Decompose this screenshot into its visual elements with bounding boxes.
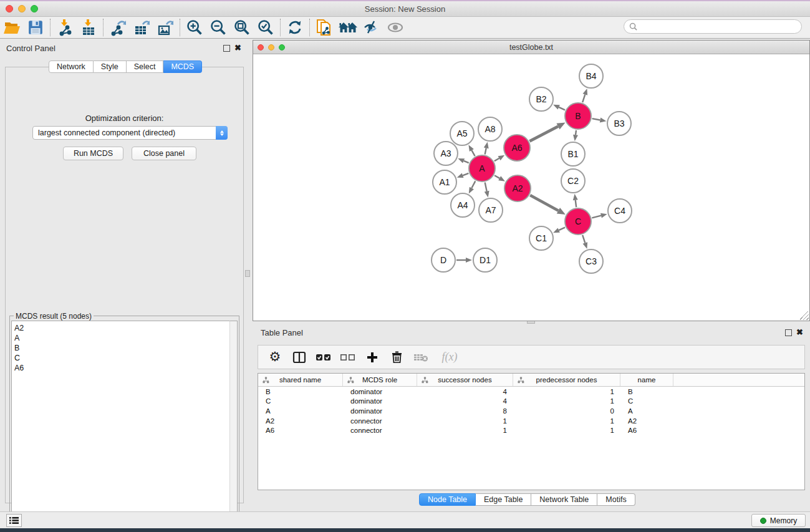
edge-B-B2[interactable]	[553, 105, 565, 110]
tab-select[interactable]: Select	[127, 60, 164, 73]
graph-node-B3[interactable]: B3	[607, 112, 631, 135]
edge-C-C4[interactable]	[592, 213, 607, 218]
save-icon[interactable]	[24, 17, 47, 37]
network-window-titlebar[interactable]: testGlobe.txt	[253, 41, 809, 54]
mcds-result-item[interactable]: B	[14, 343, 231, 353]
table-cell[interactable]: 4	[417, 397, 513, 405]
graph-node-A8[interactable]: A8	[478, 117, 502, 141]
table-cell[interactable]: 1	[513, 388, 620, 395]
refresh-icon[interactable]	[283, 17, 307, 37]
graph-node-C[interactable]: C	[565, 208, 591, 235]
vertical-splitter-handle[interactable]	[245, 270, 250, 277]
table-cell[interactable]: C	[620, 397, 673, 405]
tab-network[interactable]: Network	[49, 60, 94, 73]
export-image-icon[interactable]	[153, 17, 177, 37]
table-cell[interactable]: B	[620, 388, 673, 395]
graph-node-C3[interactable]: C3	[579, 249, 603, 273]
table-cell[interactable]: 1	[513, 427, 620, 434]
unselect-all-checkboxes-icon[interactable]	[339, 348, 357, 367]
graph-node-B2[interactable]: B2	[529, 87, 553, 111]
columns-icon[interactable]	[290, 348, 309, 367]
edge-A2-C[interactable]	[530, 195, 566, 215]
graph-node-C1[interactable]: C1	[529, 226, 553, 250]
table-cell[interactable]: dominator	[343, 407, 417, 415]
graph-node-A7[interactable]: A7	[479, 198, 503, 222]
mcds-result-item[interactable]: C	[14, 353, 231, 363]
close-panel-icon[interactable]: ✖	[234, 43, 241, 52]
export-network-icon[interactable]	[106, 17, 130, 37]
column-header-name[interactable]: name	[620, 374, 673, 386]
mcds-result-item[interactable]: A2	[14, 323, 231, 333]
column-header-shared-name[interactable]: shared name	[258, 374, 343, 386]
table-cell[interactable]: dominator	[343, 397, 417, 405]
graph-node-A6[interactable]: A6	[504, 135, 530, 161]
table-cell[interactable]: A2	[258, 417, 343, 425]
table-cell[interactable]: 4	[417, 388, 513, 395]
graph-node-C2[interactable]: C2	[561, 169, 585, 193]
edge-B-B3[interactable]	[592, 118, 607, 123]
float-panel-icon[interactable]	[223, 45, 230, 52]
select-all-checkboxes-icon[interactable]	[314, 348, 333, 367]
edge-A-A3[interactable]	[458, 158, 468, 163]
table-cell[interactable]: A	[620, 407, 673, 415]
optimization-criterion-select[interactable]: largest connected component (directed)	[32, 126, 228, 140]
zoom-out-icon[interactable]	[206, 17, 230, 37]
table-cell[interactable]: C	[258, 397, 343, 405]
table-float-panel-icon[interactable]	[785, 329, 792, 336]
zoom-fit-icon[interactable]	[230, 17, 254, 37]
table-cell[interactable]: A6	[620, 427, 673, 434]
memory-button[interactable]: Memory	[751, 514, 806, 527]
edge-A-A5[interactable]	[468, 145, 475, 156]
graph-node-A3[interactable]: A3	[434, 142, 458, 165]
column-header-successor-nodes[interactable]: successor nodes	[417, 374, 513, 386]
table-cell[interactable]: 0	[513, 407, 620, 415]
delete-table-icon[interactable]	[412, 348, 430, 367]
edge-B-B1[interactable]	[573, 130, 578, 141]
zoom-selected-icon[interactable]	[254, 17, 277, 37]
tab-edge-table[interactable]: Edge Table	[476, 493, 531, 506]
edge-C-C2[interactable]	[573, 194, 578, 207]
graph-node-A[interactable]: A	[469, 155, 495, 181]
open-file-icon[interactable]	[0, 17, 24, 37]
search-input[interactable]	[640, 22, 801, 31]
table-row[interactable]: A2connector11A2	[258, 416, 804, 426]
tab-motifs[interactable]: Motifs	[597, 493, 635, 506]
eye-icon[interactable]	[383, 17, 407, 37]
run-mcds-button[interactable]: Run MCDS	[63, 147, 123, 160]
table-cell[interactable]: A	[258, 407, 343, 415]
graph-node-D1[interactable]: D1	[473, 248, 497, 272]
tab-style[interactable]: Style	[94, 60, 127, 73]
mcds-result-item[interactable]: A	[14, 333, 231, 343]
edge-A6-B[interactable]	[529, 123, 565, 142]
edge-A-A2[interactable]	[494, 175, 505, 181]
table-cell[interactable]: 1	[417, 417, 513, 425]
network-canvas[interactable]: A5A8A3AA1A4A7A6A2BB2B4B3B1C2CC4C1C3DD1	[253, 54, 809, 321]
import-table-icon[interactable]	[77, 17, 100, 37]
graph-node-A1[interactable]: A1	[433, 170, 456, 194]
column-header-predecessor-nodes[interactable]: predecessor nodes	[513, 374, 620, 386]
table-row[interactable]: A6connector11A6	[258, 425, 804, 435]
houses-icon[interactable]	[336, 17, 360, 37]
graph-node-B[interactable]: B	[565, 103, 591, 129]
graph-node-B4[interactable]: B4	[579, 64, 603, 88]
mcds-result-item[interactable]: A6	[14, 363, 231, 373]
edge-A-A7[interactable]	[485, 183, 489, 198]
table-row[interactable]: Bdominator41B	[258, 387, 804, 397]
graph-node-B1[interactable]: B1	[561, 142, 585, 166]
graph-node-D[interactable]: D	[432, 248, 455, 272]
table-cell[interactable]: 1	[513, 397, 620, 405]
table-cell[interactable]: 1	[513, 417, 620, 425]
edge-A-A1[interactable]	[457, 173, 469, 178]
edge-C-C1[interactable]	[553, 228, 565, 233]
window-resize-grip[interactable]	[800, 311, 809, 320]
table-close-panel-icon[interactable]: ✖	[796, 327, 803, 337]
graph-node-A5[interactable]: A5	[450, 122, 474, 145]
table-cell[interactable]: B	[258, 388, 343, 395]
close-panel-button[interactable]: Close panel	[132, 147, 196, 160]
table-cell[interactable]: A2	[620, 417, 673, 425]
table-cell[interactable]: connector	[343, 427, 417, 434]
table-row[interactable]: Adominator80A	[258, 406, 804, 416]
result-list-scrollbar[interactable]	[229, 321, 238, 526]
add-column-icon[interactable]	[363, 348, 382, 367]
eye-slash-icon[interactable]	[360, 17, 383, 37]
